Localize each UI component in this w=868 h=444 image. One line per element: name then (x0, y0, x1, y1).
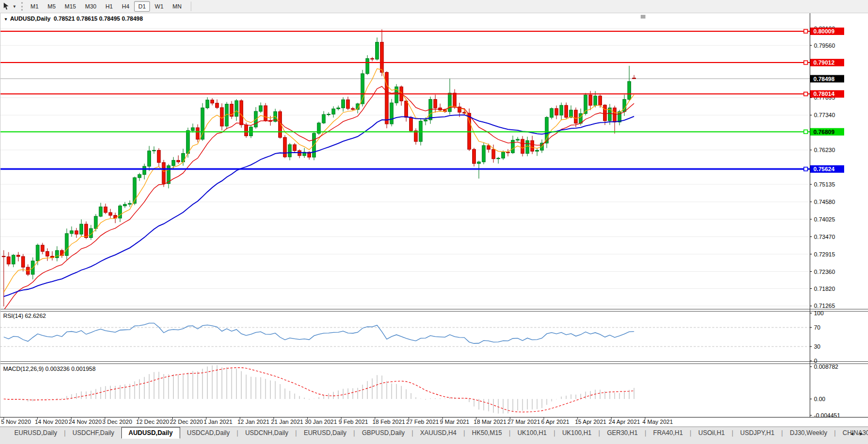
chart-tab[interactable]: EURUSD,Daily (7, 427, 64, 438)
candle-body (99, 207, 102, 216)
candle-body (322, 114, 325, 123)
chart-tab[interactable]: USDCHF,Daily (66, 427, 121, 438)
price-axis-label: 0.74025 (814, 216, 835, 223)
chart-tab[interactable]: USDCAD,Daily (180, 427, 237, 438)
candle-body (516, 139, 519, 140)
tabs-scroll-right-icon[interactable]: ▸ (856, 429, 866, 438)
candle-body (119, 206, 122, 218)
candle-body (448, 93, 451, 112)
timeframe-button-h4[interactable]: H4 (118, 1, 134, 12)
ma-mid-line (4, 86, 634, 310)
cursor-tool-dropdown-icon[interactable]: ▾ (11, 3, 18, 10)
ma-slow-line (4, 115, 634, 297)
level-line-handle[interactable] (804, 92, 808, 96)
level-line-handle[interactable] (804, 130, 808, 134)
price-axis-label: 0.75135 (814, 181, 835, 188)
timeframe-button-m15[interactable]: M15 (60, 1, 80, 12)
candle-body (235, 101, 238, 117)
candle-body (574, 110, 578, 123)
toolbar-separator (191, 2, 191, 11)
level-line-handle[interactable] (804, 61, 808, 65)
price-axis-label: 0.79560 (814, 42, 835, 49)
chart-tab-bar: EURUSD,Daily|USDCHF,DailyAUDUSD,DailyUSD… (0, 427, 868, 444)
candle-body (594, 96, 597, 105)
timeframe-button-h1[interactable]: H1 (101, 1, 117, 12)
candle-body (482, 146, 485, 162)
candle-body (148, 151, 151, 166)
timeframe-button-mn[interactable]: MN (169, 1, 186, 12)
candle-body (36, 245, 39, 261)
candle-body (526, 140, 529, 153)
candle-body (143, 166, 146, 174)
chart-shift-marker[interactable] (641, 15, 645, 19)
candle-body (16, 255, 20, 256)
timeframe-button-w1[interactable]: W1 (150, 1, 168, 12)
chart-tab[interactable]: USDJPY,H1 (733, 427, 781, 438)
candle-body (492, 149, 495, 159)
timeframe-toolbar: M1M5M15M30H1H4D1W1MN (26, 1, 187, 12)
candle-body (85, 224, 88, 237)
time-axis-label: 27 Feb 2021 (406, 419, 439, 425)
chart-tab[interactable]: DJ30,Weekly (783, 427, 834, 438)
chart-tab[interactable]: FRA40,H1 (646, 427, 690, 438)
chart-tab[interactable]: AUDUSD,Daily (121, 427, 180, 439)
chart-header: ▼AUDUSD,Daily0.78521 0.78615 0.78495 0.7… (4, 15, 143, 22)
candle-body (94, 216, 98, 228)
candle-body (220, 108, 224, 126)
cursor-tool-icon[interactable] (3, 2, 11, 11)
chart-tab[interactable]: UK100,H1 (555, 427, 598, 438)
candle-body (176, 161, 180, 162)
timeframe-button-m1[interactable]: M1 (26, 1, 43, 12)
timeframe-button-d1[interactable]: D1 (134, 1, 150, 12)
chart-tab[interactable]: USOil,H1 (692, 427, 732, 438)
price-axis-label: 0.71820 (814, 286, 835, 292)
candle-body (579, 113, 582, 123)
time-axis-label: 15 Apr 2021 (575, 419, 606, 425)
candle-body (187, 130, 190, 153)
price-axis-label: 0.71265 (814, 303, 835, 309)
candle-body (336, 108, 340, 109)
candle-body (433, 100, 437, 108)
candle-body (65, 234, 68, 256)
chart-tab[interactable]: UK100,H1 (510, 427, 553, 438)
tabs-scroll-left-icon[interactable]: ◂ (847, 429, 857, 438)
rsi-axis-label: 70 (814, 324, 820, 331)
candle-body (332, 109, 335, 114)
candle-body (22, 256, 25, 267)
candle-body (545, 117, 548, 143)
chart-dropdown-icon[interactable]: ▼ (4, 17, 8, 22)
time-axis-label: 14 Nov 2020 (35, 419, 68, 425)
candle-body (507, 152, 510, 153)
candle-body (104, 207, 107, 212)
timeframe-button-m30[interactable]: M30 (81, 1, 101, 12)
rsi-axis-label: 30 (814, 343, 820, 350)
candle-body (245, 125, 248, 136)
timeframe-button-m5[interactable]: M5 (43, 1, 60, 12)
candle-body (560, 105, 563, 115)
level-line-handle[interactable] (804, 30, 808, 33)
level-price-box-label: 0.79012 (813, 59, 835, 66)
macd-axis-label: 0.008782 (814, 363, 838, 370)
price-axis-label: 0.76230 (814, 147, 835, 153)
chart-tab[interactable]: GER30,H1 (600, 427, 644, 438)
candle-body (380, 42, 384, 73)
time-axis-label: 12 Dec 2020 (136, 419, 169, 425)
time-axis-label: 18 Feb 2021 (373, 419, 405, 425)
candle-body (210, 100, 214, 103)
chart-tabs: EURUSD,Daily|USDCHF,DailyAUDUSD,DailyUSD… (0, 427, 868, 440)
price-chart-canvas[interactable]: 0.801000.795600.778950.773400.762300.751… (0, 0, 868, 427)
chart-tab[interactable]: EURUSD,Daily (297, 427, 353, 438)
candle-body (56, 251, 59, 258)
candle-body (589, 95, 592, 105)
candle-body (70, 230, 73, 233)
chart-tab[interactable]: USDCNH,Daily (238, 427, 295, 438)
candle-body (41, 245, 44, 252)
candle-body (370, 59, 374, 59)
candle-body (530, 140, 534, 151)
level-line-handle[interactable] (804, 167, 808, 171)
chart-tab[interactable]: HK50,M15 (465, 427, 509, 438)
chart-tab[interactable]: XAUUSD,H4 (413, 427, 464, 438)
chart-tab[interactable]: GBPUSD,Daily (355, 427, 412, 438)
time-axis-label: 27 Mar 2021 (508, 419, 541, 425)
candle-body (633, 78, 636, 78)
